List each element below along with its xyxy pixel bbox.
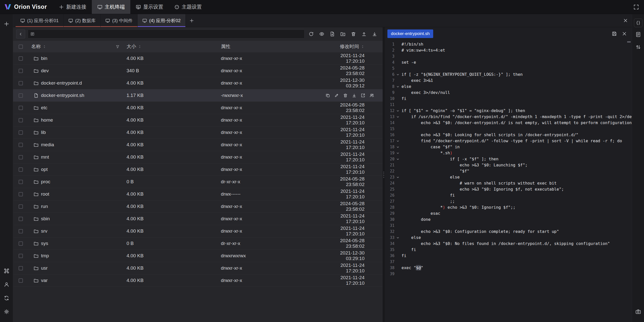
refresh-icon[interactable] (309, 31, 314, 37)
row-checkbox[interactable] (19, 143, 23, 147)
table-row-proc[interactable]: proc0 Bdr-xr-xr-x2024-05-28 23:58:02 (13, 176, 383, 188)
new-tab-icon[interactable] (4, 21, 9, 27)
path-list-icon[interactable] (30, 32, 34, 36)
terminal-tab-4[interactable]: (4) 应用-分析02 (138, 14, 186, 27)
menu-item-host-terminal[interactable]: 主机终端 (92, 0, 130, 14)
close-editor-icon[interactable] (622, 31, 627, 36)
terminal-tab-2[interactable]: (2) 数据库 (64, 14, 101, 27)
settings-icon[interactable] (4, 309, 9, 314)
table-row-usr[interactable]: usr4.00 KBdrwxr-xr-x2021-11-24 17:20:10 (13, 262, 383, 274)
table-row-bin[interactable]: bin4.00 KBdrwxr-xr-x2021-11-24 17:20:10 (13, 52, 383, 65)
table-row-docker-entrypoint.d[interactable]: docker-entrypoint.d4.00 KBdrwxr-xr-x2021… (13, 77, 383, 89)
row-action-delete-icon[interactable] (343, 93, 348, 98)
row-checkbox[interactable] (19, 217, 23, 221)
menu-item-theme-settings[interactable]: 主题设置 (169, 0, 207, 14)
fullscreen-icon[interactable] (633, 4, 639, 10)
sort-name-icon[interactable] (43, 45, 46, 49)
code-editor[interactable]: 1#!/bin/sh2# vim:sw=4:ts=4:et34set -e56i… (385, 40, 632, 322)
brand[interactable]: Orion Visor (0, 0, 53, 14)
snippets-button[interactable] (634, 19, 642, 27)
row-action-edit-icon[interactable] (334, 93, 339, 98)
transfer-icon[interactable] (635, 44, 641, 50)
row-checkbox[interactable] (19, 278, 23, 283)
sort-mtime-icon[interactable] (361, 45, 365, 49)
terminal-tab-1[interactable]: (1) 应用-分析01 (16, 14, 64, 27)
fold-toggle[interactable] (394, 235, 401, 241)
table-row-root[interactable]: root4.00 KBdrwx------2021-11-24 17:20:10 (13, 188, 383, 200)
shortcuts-icon[interactable] (4, 268, 9, 274)
user-icon[interactable] (4, 282, 9, 287)
table-row-run[interactable]: run4.00 KBdrwxr-xr-x2024-05-28 23:58:02 (13, 200, 383, 213)
table-row-opt[interactable]: opt4.00 KBdrwxr-xr-x2021-11-24 17:20:10 (13, 163, 383, 176)
row-action-move-icon[interactable] (361, 93, 365, 98)
sync-icon[interactable] (4, 295, 9, 301)
table-row-var[interactable]: var4.00 KBdrwxr-xr-x2021-11-24 17:20:10 (13, 274, 383, 287)
close-panel-icon[interactable] (623, 18, 628, 23)
back-button[interactable] (16, 29, 25, 39)
fold-toggle[interactable] (394, 71, 401, 78)
snippets-icon[interactable] (636, 20, 641, 25)
row-checkbox[interactable] (19, 254, 23, 258)
row-checkbox[interactable] (19, 192, 23, 196)
path-input[interactable] (37, 31, 302, 37)
fold-toggle[interactable] (394, 138, 401, 144)
filter-icon[interactable] (116, 45, 119, 49)
row-checkbox[interactable] (19, 93, 23, 98)
fold-toggle[interactable] (394, 84, 401, 90)
table-row-tmp[interactable]: tmp4.00 KBdrwxrwxrwx2021-12-30 03:29:10 (13, 250, 383, 262)
path-box[interactable] (28, 29, 305, 39)
panel-splitter[interactable] (383, 27, 385, 322)
table-row-lib[interactable]: lib4.00 KBdrwxr-xr-x2021-11-24 17:20:10 (13, 126, 383, 139)
table-row-dev[interactable]: dev340 Bdrwxr-xr-x2024-05-28 23:58:02 (13, 65, 383, 77)
fold-toggle[interactable] (394, 174, 401, 180)
fold-toggle[interactable] (394, 108, 401, 114)
delete-icon[interactable] (351, 31, 356, 37)
row-checkbox[interactable] (19, 266, 23, 270)
row-checkbox[interactable] (19, 241, 23, 246)
select-all-checkbox[interactable] (19, 45, 23, 49)
new-file-icon[interactable] (330, 31, 335, 37)
editor-scrollbar[interactable] (627, 41, 631, 43)
table-row-sys[interactable]: sys0 Bdr-xr-xr-x2024-05-28 23:58:02 (13, 237, 383, 250)
save-icon[interactable] (612, 31, 617, 36)
column-mtime-label[interactable]: 修改时间 (340, 43, 359, 50)
menu-item-new-connection[interactable]: 新建连接 (53, 0, 92, 14)
editor-file-tab[interactable]: docker-entrypoint.sh (387, 29, 433, 38)
fold-toggle[interactable] (394, 156, 401, 162)
row-checkbox[interactable] (19, 167, 23, 172)
column-size-label[interactable]: 大小 (127, 43, 136, 50)
row-action-download-icon[interactable] (352, 93, 356, 98)
table-row-home[interactable]: home4.00 KBdrwxr-xr-x2021-11-24 17:20:10 (13, 114, 383, 126)
menu-item-display-settings[interactable]: 显示设置 (130, 0, 169, 14)
row-checkbox[interactable] (19, 130, 23, 135)
terminal-tab-3[interactable]: (3) 中间件 (101, 14, 138, 27)
row-checkbox[interactable] (19, 69, 23, 73)
screenshot-icon[interactable] (635, 309, 641, 314)
row-checkbox[interactable] (19, 106, 23, 110)
table-row-media[interactable]: media4.00 KBdrwxr-xr-x2021-11-24 17:20:1… (13, 139, 383, 151)
new-tab-button[interactable] (186, 14, 198, 27)
new-folder-icon[interactable] (340, 31, 345, 37)
row-checkbox[interactable] (19, 229, 23, 233)
download-icon[interactable] (372, 31, 377, 37)
table-row-srv[interactable]: srv4.00 KBdrwxr-xr-x2021-11-24 17:20:10 (13, 225, 383, 237)
row-action-copy-icon[interactable] (326, 93, 330, 98)
table-row-mnt[interactable]: mnt4.00 KBdrwxr-xr-x2021-11-24 17:20:10 (13, 151, 383, 163)
upload-icon[interactable] (361, 31, 367, 37)
column-name-label[interactable]: 名称 (31, 43, 41, 50)
row-checkbox[interactable] (19, 118, 23, 122)
table-row-etc[interactable]: etc4.00 KBdrwxr-xr-x2024-05-28 23:58:02 (13, 102, 383, 114)
fold-toggle[interactable] (394, 114, 401, 120)
row-checkbox[interactable] (19, 204, 23, 209)
row-checkbox[interactable] (19, 56, 23, 61)
preview-icon[interactable] (319, 31, 324, 37)
fold-toggle[interactable] (394, 150, 401, 156)
row-checkbox[interactable] (19, 180, 23, 184)
fold-toggle[interactable] (394, 144, 401, 150)
row-checkbox[interactable] (19, 81, 23, 85)
commands-icon[interactable] (635, 32, 641, 37)
sort-size-icon[interactable] (138, 45, 142, 49)
row-action-permission-icon[interactable] (370, 93, 374, 98)
table-row-docker-entrypoint.sh[interactable]: docker-entrypoint.sh1.17 KB-rwxrwxr-x (13, 89, 383, 102)
table-row-sbin[interactable]: sbin4.00 KBdrwxr-xr-x2021-11-24 17:20:10 (13, 213, 383, 225)
